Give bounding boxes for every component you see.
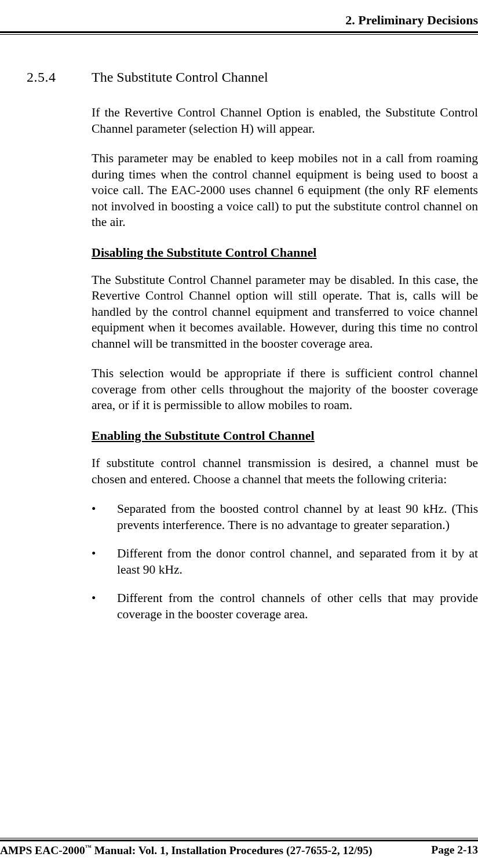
list-item: • Different from the donor control chann… — [92, 546, 478, 578]
bullet-list: • Separated from the boosted control cha… — [92, 501, 478, 622]
subheading-disabling: Disabling the Substitute Control Channel — [92, 245, 478, 261]
bullet-text: Different from the control channels of o… — [117, 590, 478, 622]
header-rule-thick — [0, 31, 478, 33]
footer-left: AMPS EAC-2000™ Manual: Vol. 1, Installat… — [0, 844, 417, 857]
body-text: If the Revertive Control Channel Option … — [92, 105, 478, 622]
bullet-text: Different from the donor control channel… — [117, 546, 478, 578]
section-title: The Substitute Control Channel — [92, 70, 268, 85]
section-heading: 2.5.4 The Substitute Control Channel — [27, 70, 478, 85]
list-item: • Separated from the boosted control cha… — [92, 501, 478, 533]
paragraph: This selection would be appropriate if t… — [92, 366, 478, 414]
trademark-icon: ™ — [85, 844, 92, 851]
bullet-text: Separated from the boosted control chann… — [117, 501, 478, 533]
footer-manual-info: Manual: Vol. 1, Installation Procedures … — [92, 844, 373, 856]
bullet-icon: • — [92, 590, 117, 622]
bullet-icon: • — [92, 501, 117, 533]
section-number: 2.5.4 — [27, 70, 92, 85]
running-header: 2. Preliminary Decisions — [0, 13, 478, 31]
paragraph: If substitute control channel transmissi… — [92, 455, 478, 487]
subheading-enabling: Enabling the Substitute Control Channel — [92, 428, 478, 444]
paragraph: This parameter may be enabled to keep mo… — [92, 151, 478, 231]
content-area: 2.5.4 The Substitute Control Channel If … — [0, 35, 478, 622]
paragraph: The Substitute Control Channel parameter… — [92, 272, 478, 352]
paragraph: If the Revertive Control Channel Option … — [92, 105, 478, 137]
list-item: • Different from the control channels of… — [92, 590, 478, 622]
document-page: 2. Preliminary Decisions 2.5.4 The Subst… — [0, 0, 478, 868]
footer-page-number: Page 2-13 — [417, 844, 478, 857]
page-footer: AMPS EAC-2000™ Manual: Vol. 1, Installat… — [0, 837, 478, 857]
footer-product: AMPS EAC-2000 — [0, 844, 85, 856]
bullet-icon: • — [92, 546, 117, 578]
footer-rule-thin — [0, 838, 478, 838]
